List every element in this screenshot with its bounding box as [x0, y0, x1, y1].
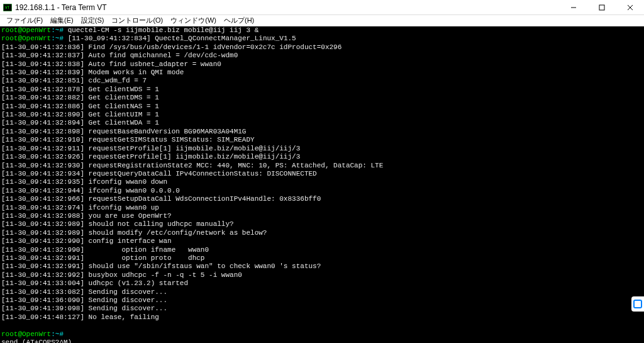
log-line: [11-30_09:41:32:966] requestSetupDataCal…: [1, 195, 321, 203]
log-line: [11-30_09:41:32:991] should use "/sbin/i…: [1, 262, 321, 270]
log-line: [11-30_09:41:32:894] Get clientWDA = 1: [1, 119, 159, 127]
log-line: [11-30_09:41:32:878] Get clientWDS = 1: [1, 86, 159, 93]
terminal[interactable]: root@OpenWrt:~# quectel-CM -s iijmobile.…: [0, 26, 644, 343]
svg-text:VT: VT: [5, 5, 10, 9]
log-line: [11-30_09:41:33:082] Sending discover...: [1, 288, 167, 296]
log-line: [11-30_09:41:32:991] option proto dhcp: [1, 254, 204, 262]
log-line: [11-30_09:41:32:890] Get clientUIM = 1: [1, 111, 159, 118]
log-line: [11-30_09:41:32:974] ifconfig wwan0 up: [1, 204, 159, 211]
log-line: [11-30_09:41:32:836] Find /sys/bus/usb/d…: [1, 43, 341, 51]
log-line: [11-30_09:41:32:838] Auto find usbnet_ad…: [1, 60, 221, 68]
log-line: [11-30_09:41:32:935] ifconfig wwan0 down: [1, 178, 167, 186]
command: quectel-CM -s iijmobile.biz mobile@iij i…: [64, 26, 258, 34]
log-line: [11-30_09:41:32:910] requestGetSIMStatus…: [1, 136, 255, 143]
log-line: [11-30_09:41:32:944] ifconfig wwan0 0.0.…: [1, 187, 180, 194]
prompt-host: :~#: [51, 330, 64, 338]
log-line: [11-30_09:41:32:886] Get clientNAS = 1: [1, 103, 159, 110]
close-button[interactable]: [616, 0, 644, 15]
log-line: [11-30_09:41:32:898] requestBaseBandVers…: [1, 128, 246, 135]
minimize-button[interactable]: [559, 0, 587, 15]
teamviewer-icon[interactable]: [631, 296, 644, 312]
titlebar-buttons: [559, 0, 644, 15]
menu-control[interactable]: コントロール(O): [108, 16, 167, 25]
send-line: send (AT+COPS?^M): [1, 339, 72, 343]
log-line: [11-30_09:41:32:934] requestQueryDataCal…: [1, 170, 317, 177]
svg-rect-4: [599, 5, 604, 10]
log-line: [11-30_09:41:32:837] Auto find qmichanne…: [1, 52, 238, 59]
app-icon: VT: [3, 3, 13, 13]
log-line: [11-30_09:41:39:098] Sending discover...: [1, 305, 167, 312]
log-line: [11-30_09:41:32:989] should not calling …: [1, 220, 234, 228]
log-line: [11-30_09:41:32:926] requestGetProfile[1…: [1, 153, 300, 160]
log-line: [11-30_09:41:32:882] Get clientDMS = 1: [1, 94, 159, 101]
teamviewer-icon-inner: [633, 300, 642, 308]
log-line: [11-30_09:41:32:990] config interface wa…: [1, 237, 172, 245]
prompt-host: :~#: [51, 35, 64, 42]
prompt-user: root@OpenWrt: [1, 35, 51, 42]
command: [11-30_09:41:32:834] Quectel_QConnectMan…: [64, 35, 296, 42]
menubar: ファイル(F) 編集(E) 設定(S) コントロール(O) ウィンドウ(W) ヘ…: [0, 15, 644, 26]
titlebar: VT 192.168.1.1 - Tera Term VT: [0, 0, 644, 15]
log-line: [11-30_09:41:32:989] should modify /etc/…: [1, 229, 267, 237]
log-line: [11-30_09:41:36:090] Sending discover...: [1, 296, 167, 304]
prompt-host: :~#: [51, 26, 64, 34]
prompt-user: root@OpenWrt: [1, 26, 51, 34]
log-line: [11-30_09:41:32:839] Modem works in QMI …: [1, 69, 184, 76]
menu-file[interactable]: ファイル(F): [3, 16, 47, 25]
menu-setup[interactable]: 設定(S): [77, 16, 108, 25]
log-line: [11-30_09:41:32:851] cdc_wdm_fd = 7: [1, 77, 147, 84]
log-line: [11-30_09:41:48:127] No lease, failing: [1, 313, 159, 321]
log-line: [11-30_09:41:32:992] busybox udhcpc -f -…: [1, 271, 242, 279]
maximize-button[interactable]: [587, 0, 616, 15]
menu-window[interactable]: ウィンドウ(W): [167, 16, 220, 25]
titlebar-text: 192.168.1.1 - Tera Term VT: [15, 3, 107, 12]
log-line: [11-30_09:41:32:990] option ifname wwan0: [1, 246, 209, 254]
log-line: [11-30_09:41:33:004] udhcpc (v1.23.2) st…: [1, 279, 188, 287]
log-line: [11-30_09:41:32:911] requestSetProfile[1…: [1, 145, 300, 152]
menu-edit[interactable]: 編集(E): [47, 16, 77, 25]
log-line: [11-30_09:41:32:930] requestRegistration…: [1, 162, 383, 169]
prompt-user: root@OpenWrt: [1, 330, 51, 338]
titlebar-left: VT 192.168.1.1 - Tera Term VT: [3, 3, 107, 13]
menu-help[interactable]: ヘルプ(H): [220, 16, 258, 25]
log-line: [11-30_09:41:32:988] you are use OpenWrt…: [1, 212, 172, 220]
